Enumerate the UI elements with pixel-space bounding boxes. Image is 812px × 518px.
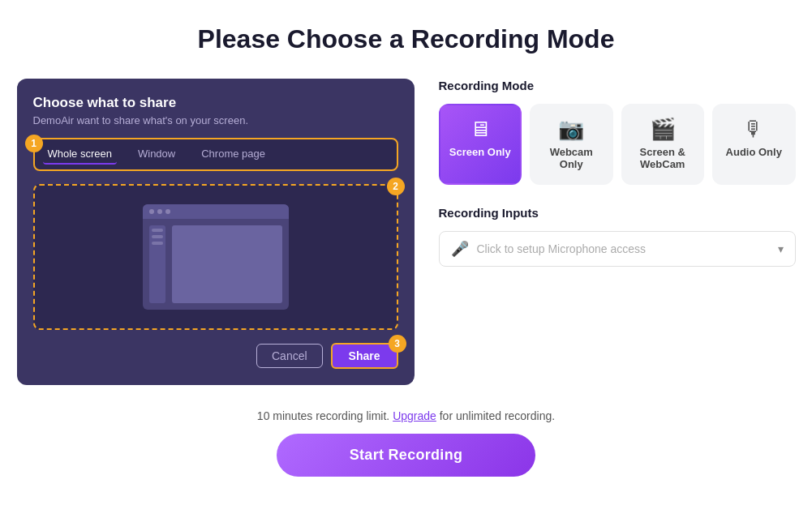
tab-window[interactable]: Window [133,144,180,165]
step-badge-2: 2 [387,178,405,195]
tab-whole-screen[interactable]: Whole screen [43,144,117,165]
recording-inputs-label: Recording Inputs [439,206,796,220]
recording-inputs-section: Recording Inputs 🎤 Click to setup Microp… [439,206,796,267]
preview-dot-2 [157,209,162,214]
screen-only-label: Screen Only [449,146,511,158]
audio-only-icon: 🎙 [743,118,764,139]
microphone-icon: 🎤 [451,240,469,258]
mic-placeholder-text: Click to setup Microphone access [477,242,770,255]
mode-card-screen-webcam[interactable]: 🎬 Screen & WebCam [621,104,705,185]
sidebar-line-3 [152,242,163,245]
screen-only-icon: 🖥 [470,118,491,139]
limit-prefix: 10 minutes recording limit. [257,409,389,422]
step-badge-3: 3 [389,335,406,353]
preview-dot-3 [165,209,170,214]
mode-cards: 🖥 Screen Only 📷 Webcam Only 🎬 Screen & W… [439,104,796,185]
panel-actions: Cancel 3 Share [33,343,398,369]
upgrade-link[interactable]: Upgrade [393,409,436,422]
bottom-section: 10 minutes recording limit. Upgrade for … [16,409,796,477]
tabs-section: 1 Whole screen Window Chrome page [33,138,398,171]
panel-subtitle: DemoAir want to share what's on your scr… [33,114,398,126]
preview-sidebar [149,225,165,303]
panel-title: Choose what to share [33,95,398,111]
start-recording-button[interactable]: Start Recording [277,434,536,477]
mode-card-audio-only[interactable]: 🎙 Audio Only [712,104,796,185]
preview-main-area [172,225,282,303]
main-content: Choose what to share DemoAir want to sha… [17,79,796,385]
recording-mode-label: Recording Mode [439,79,796,92]
tabs-row: Whole screen Window Chrome page [33,138,398,171]
cancel-button[interactable]: Cancel [256,344,323,368]
mode-card-webcam-only[interactable]: 📷 Webcam Only [530,104,613,185]
step-badge-1: 1 [25,135,43,152]
preview-body [143,219,289,310]
share-button[interactable]: Share [331,343,398,369]
tab-chrome-page[interactable]: Chrome page [196,144,270,165]
chevron-down-icon: ▾ [778,242,784,255]
sidebar-line-1 [152,229,163,232]
right-panel: Recording Mode 🖥 Screen Only 📷 Webcam On… [439,79,796,283]
page-title: Please Choose a Recording Mode [198,24,615,54]
preview-dot-1 [149,209,154,214]
screen-share-panel: Choose what to share DemoAir want to sha… [17,79,415,385]
sidebar-line-2 [152,235,163,238]
preview-topbar [143,204,289,219]
webcam-only-label: Webcam Only [539,146,604,170]
screen-webcam-label: Screen & WebCam [631,146,695,170]
mode-card-screen-only[interactable]: 🖥 Screen Only [439,104,522,185]
limit-text: 10 minutes recording limit. Upgrade for … [257,409,555,422]
microphone-dropdown[interactable]: 🎤 Click to setup Microphone access ▾ [439,231,796,267]
preview-section: 2 [33,184,398,330]
audio-only-label: Audio Only [726,146,782,158]
screen-webcam-icon: 🎬 [650,118,676,139]
limit-suffix: for unlimited recording. [440,409,555,422]
screen-preview [143,204,289,310]
share-button-wrapper: 3 Share [331,343,398,369]
webcam-only-icon: 📷 [558,118,584,139]
